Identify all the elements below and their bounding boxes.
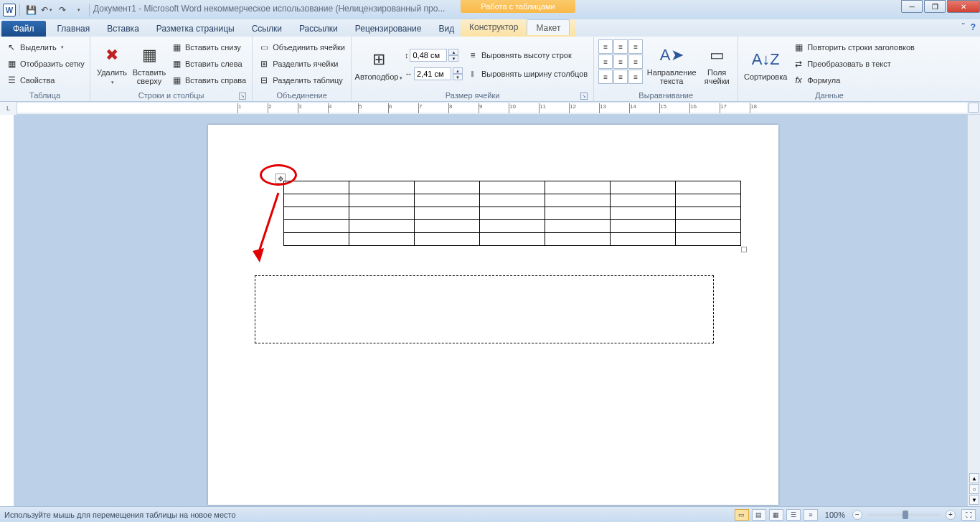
formula-icon: fx <box>793 75 804 86</box>
next-page-icon[interactable]: ▼ <box>969 495 979 505</box>
align-bl-button[interactable]: ≡ <box>598 70 613 84</box>
table-resize-handle[interactable] <box>741 247 747 252</box>
properties-button[interactable]: ☰Свойства <box>4 72 86 88</box>
tab-selector[interactable]: L <box>0 102 17 115</box>
close-button[interactable]: ✕ <box>947 0 980 13</box>
fullscreen-icon[interactable]: ⛶ <box>961 509 976 521</box>
redo-icon[interactable]: ↷ <box>55 3 70 17</box>
tab-mailings[interactable]: Рассылки <box>291 21 347 37</box>
web-view-icon[interactable]: ▦ <box>769 509 783 521</box>
spin-down-icon[interactable]: ▼ <box>448 55 458 62</box>
draft-view-icon[interactable]: ≡ <box>804 509 818 521</box>
group-merge: ▭Объединить ячейки ⊞Разделить ячейки ⊟Ра… <box>253 37 352 101</box>
print-layout-view-icon[interactable]: ▭ <box>735 509 749 521</box>
align-tc-button[interactable]: ≡ <box>613 39 628 54</box>
autofit-button[interactable]: ⊞Автоподбор▾ <box>356 39 402 90</box>
col-width-field[interactable]: ↔▲▼ <box>405 66 463 82</box>
restore-button[interactable]: ❐ <box>924 0 946 13</box>
ruler-toggle-icon[interactable] <box>969 103 979 113</box>
browse-object-icon[interactable]: ○ <box>969 484 979 494</box>
tab-table-layout[interactable]: Макет <box>527 19 570 35</box>
align-tl-button[interactable]: ≡ <box>598 39 613 54</box>
outline-view-icon[interactable]: ☰ <box>786 509 801 521</box>
word-logo-icon[interactable]: W <box>3 4 16 16</box>
zoom-level[interactable]: 100% <box>825 511 845 519</box>
tab-references[interactable]: Ссылки <box>243 21 291 37</box>
merge-cells-button[interactable]: ▭Объединить ячейки <box>257 39 347 55</box>
tab-page-layout[interactable]: Разметка страницы <box>148 21 243 37</box>
save-icon[interactable]: 💾 <box>24 3 38 17</box>
horizontal-ruler[interactable]: 123456789101112131415161718 <box>17 103 967 113</box>
vertical-scrollbar[interactable]: ▲ ○ ▼ <box>967 115 980 506</box>
dialog-launcher-icon[interactable]: ↘ <box>239 92 246 100</box>
dist-rows-icon: ≡ <box>467 49 479 61</box>
split-cells-icon: ⊞ <box>258 58 270 70</box>
group-table: ↖Выделить▾ ▦Отобразить сетку ☰Свойства Т… <box>0 37 90 101</box>
row-height-field[interactable]: ↕▲▼ <box>405 47 463 63</box>
repeat-headers-button[interactable]: ▦Повторить строки заголовков <box>791 39 916 55</box>
insert-left-button[interactable]: ▦Вставить слева <box>169 56 248 72</box>
align-bc-button[interactable]: ≡ <box>613 70 628 84</box>
contextual-tab-title: Работа с таблицами <box>461 0 575 13</box>
insert-right-icon: ▦ <box>171 75 182 86</box>
text-direction-button[interactable]: A➤Направление текста <box>646 39 697 90</box>
align-br-button[interactable]: ≡ <box>628 70 643 84</box>
help-icon[interactable]: ? <box>971 22 976 32</box>
minimize-button[interactable]: ─ <box>901 0 923 13</box>
group-label: Объединение <box>257 90 347 101</box>
insert-right-button[interactable]: ▦Вставить справа <box>169 72 248 88</box>
align-tr-button[interactable]: ≡ <box>628 39 643 54</box>
minimize-ribbon-icon[interactable]: ˇ <box>962 22 965 32</box>
insert-above-button[interactable]: ▦Вставить сверху <box>132 39 166 90</box>
select-button[interactable]: ↖Выделить▾ <box>4 39 86 55</box>
align-mc-button[interactable]: ≡ <box>613 54 628 69</box>
document-table[interactable] <box>283 181 741 246</box>
tab-view[interactable]: Вид <box>430 21 463 37</box>
insert-below-button[interactable]: ▦Вставить снизу <box>169 39 248 55</box>
prev-page-icon[interactable]: ▲ <box>969 473 979 483</box>
cell-margins-button[interactable]: ▭Поля ячейки <box>700 39 733 90</box>
tab-home[interactable]: Главная <box>49 21 99 37</box>
reading-view-icon[interactable]: ▤ <box>752 509 766 521</box>
zoom-in-button[interactable]: + <box>946 510 956 520</box>
vertical-ruler[interactable] <box>0 115 14 506</box>
insert-below-icon: ▦ <box>171 42 182 53</box>
zoom-out-button[interactable]: − <box>852 510 862 520</box>
split-table-icon: ⊟ <box>258 75 270 86</box>
align-mr-button[interactable]: ≡ <box>628 54 643 69</box>
annotation-ellipse <box>260 164 297 186</box>
distribute-cols-button[interactable]: ⦀Выровнять ширину столбцов <box>466 66 589 82</box>
align-ml-button[interactable]: ≡ <box>598 54 613 69</box>
tab-table-design[interactable]: Конструктор <box>461 19 527 35</box>
zoom-slider[interactable] <box>868 513 940 516</box>
spin-up-icon[interactable]: ▲ <box>453 67 463 74</box>
insert-left-icon: ▦ <box>171 58 182 70</box>
col-width-input[interactable] <box>414 67 451 80</box>
split-cells-button[interactable]: ⊞Разделить ячейки <box>257 56 347 72</box>
qat-customize-icon[interactable]: ▾ <box>71 3 85 17</box>
spin-down-icon[interactable]: ▼ <box>453 74 463 80</box>
dialog-launcher-icon[interactable]: ↘ <box>580 92 588 100</box>
zoom-thumb[interactable] <box>903 511 908 519</box>
distribute-rows-button[interactable]: ≡Выровнять высоту строк <box>466 47 589 63</box>
tab-insert[interactable]: Вставка <box>98 21 148 37</box>
autofit-icon: ⊞ <box>367 48 390 71</box>
sort-button[interactable]: A↓ZСортировка <box>743 39 788 90</box>
formula-button[interactable]: fxФормула <box>791 72 916 88</box>
view-gridlines-button[interactable]: ▦Отобразить сетку <box>4 56 86 72</box>
file-tab[interactable]: Файл <box>1 21 46 37</box>
delete-button[interactable]: ✖Удалить▾ <box>95 39 129 90</box>
status-text: Используйте мышь для перемещения таблицы… <box>4 511 236 519</box>
cell-margins-icon: ▭ <box>705 44 728 67</box>
tab-review[interactable]: Рецензирование <box>347 21 430 37</box>
convert-icon: ⇄ <box>793 58 804 70</box>
split-table-button[interactable]: ⊟Разделить таблицу <box>257 72 347 88</box>
spin-up-icon[interactable]: ▲ <box>448 49 458 55</box>
ruler-row: L 123456789101112131415161718 <box>0 102 980 115</box>
row-height-input[interactable] <box>410 49 447 62</box>
height-icon: ↕ <box>405 51 409 60</box>
merge-icon: ▭ <box>258 42 270 53</box>
convert-text-button[interactable]: ⇄Преобразовать в текст <box>791 56 916 72</box>
undo-icon[interactable]: ↶▾ <box>39 3 54 17</box>
page[interactable]: ✥ <box>208 125 778 505</box>
